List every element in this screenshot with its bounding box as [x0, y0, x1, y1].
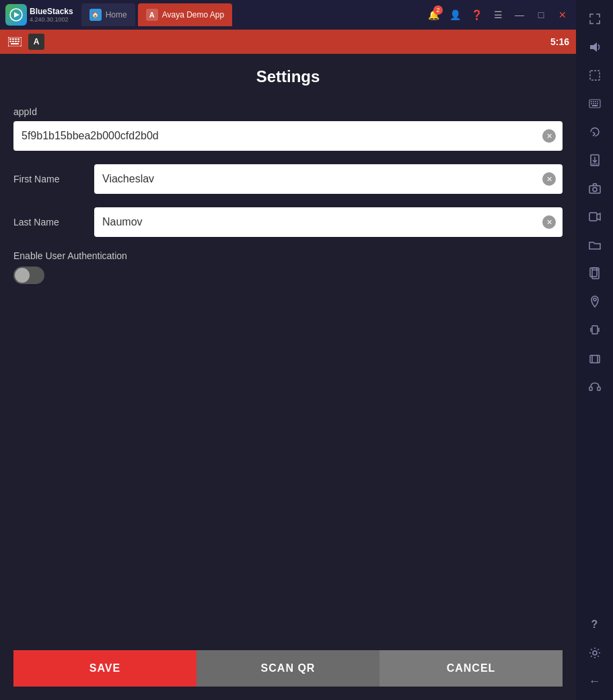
notification-button[interactable]: 🔔 2	[425, 7, 441, 23]
app-tab[interactable]: A Avaya Demo App	[138, 3, 233, 26]
page-title: Settings	[13, 67, 563, 86]
appid-clear-button[interactable]: ✕	[542, 129, 556, 143]
sidebar-camera-icon[interactable]	[580, 175, 610, 202]
auth-toggle[interactable]	[13, 267, 44, 284]
sidebar-help-icon[interactable]: ?	[580, 611, 610, 638]
bluestacks-logo	[5, 4, 27, 26]
first-name-input[interactable]	[94, 164, 563, 194]
app-tab-icon: A	[146, 9, 158, 21]
scan-qr-button[interactable]: SCAN QR	[196, 650, 380, 687]
last-name-input-wrapper: ✕	[94, 207, 563, 237]
sidebar-video-icon[interactable]	[580, 203, 610, 230]
svg-rect-9	[15, 41, 17, 42]
appid-input[interactable]	[13, 121, 563, 151]
toolbar-keyboard-icon	[7, 34, 23, 50]
menu-button[interactable]: ☰	[490, 7, 506, 23]
svg-point-28	[593, 188, 597, 192]
appid-field-group: appId ✕	[13, 106, 563, 151]
svg-rect-29	[589, 213, 597, 221]
first-name-label: First Name	[13, 174, 94, 184]
brand-version: 4.240.30.1002	[30, 16, 73, 23]
svg-rect-27	[589, 186, 600, 193]
settings-form: appId ✕ First Name ✕ Last Name ✕	[13, 106, 563, 284]
svg-text:APK: APK	[591, 162, 599, 166]
svg-rect-3	[9, 38, 11, 40]
svg-rect-11	[11, 43, 19, 44]
right-sidebar: APK	[576, 0, 613, 700]
sidebar-volume-icon[interactable]	[580, 34, 610, 61]
sidebar-apm-icon[interactable]: APK	[580, 147, 610, 174]
sidebar-settings-icon[interactable]	[580, 639, 610, 666]
appid-label: appId	[13, 106, 563, 117]
title-bar-left: BlueStacks 4.240.30.1002 🏠 Home A Avaya …	[5, 3, 423, 26]
svg-marker-12	[590, 42, 597, 52]
toolbar-app-icon: A	[28, 34, 44, 50]
sidebar-copy-icon[interactable]	[580, 260, 610, 287]
first-name-input-wrapper: ✕	[94, 164, 563, 194]
svg-rect-36	[590, 355, 600, 363]
brand-name: BlueStacks	[30, 7, 73, 16]
sidebar-keyboard-icon[interactable]	[580, 90, 610, 117]
svg-rect-31	[590, 268, 597, 277]
notification-badge: 2	[433, 5, 443, 15]
last-name-field-group: Last Name ✕	[13, 207, 563, 237]
sidebar-scale-icon[interactable]	[580, 345, 610, 372]
svg-rect-4	[12, 38, 14, 40]
svg-point-41	[593, 651, 597, 655]
help-button[interactable]: ❓	[468, 7, 484, 23]
last-name-clear-button[interactable]: ✕	[542, 215, 556, 229]
app-toolbar: A 5:16	[0, 30, 576, 54]
content-area: Settings appId ✕ First Name ✕ Last	[0, 54, 576, 700]
title-bar-controls: 🔔 2 👤 ❓ ☰ — □ ✕	[425, 7, 571, 23]
svg-rect-39	[589, 387, 592, 390]
title-bar: BlueStacks 4.240.30.1002 🏠 Home A Avaya …	[0, 0, 576, 30]
sidebar-vibrate-icon[interactable]	[580, 316, 610, 343]
svg-rect-33	[592, 326, 598, 334]
svg-point-32	[593, 298, 596, 301]
last-name-label: Last Name	[13, 217, 94, 228]
appid-input-wrapper: ✕	[13, 121, 563, 151]
close-button[interactable]: ✕	[554, 7, 571, 23]
sidebar-selection-icon[interactable]	[580, 62, 610, 89]
svg-rect-40	[598, 387, 600, 390]
svg-rect-10	[17, 41, 20, 42]
sidebar-rotate-icon[interactable]	[580, 118, 610, 145]
svg-rect-6	[17, 38, 20, 40]
svg-marker-1	[14, 12, 20, 18]
restore-button[interactable]: □	[533, 7, 549, 23]
svg-rect-8	[12, 41, 14, 42]
svg-rect-5	[15, 38, 17, 40]
minimize-button[interactable]: —	[511, 7, 528, 23]
svg-rect-30	[592, 270, 599, 279]
toolbar-time: 5:16	[550, 36, 569, 47]
last-name-input[interactable]	[94, 207, 563, 237]
first-name-field-group: First Name ✕	[13, 164, 563, 194]
svg-rect-7	[9, 41, 11, 42]
auth-label: Enable User Authentication	[13, 250, 563, 261]
svg-rect-13	[590, 71, 600, 80]
button-row: SAVE SCAN QR CANCEL	[13, 637, 563, 687]
home-tab-icon: 🏠	[89, 9, 102, 21]
sidebar-headset-icon[interactable]	[580, 373, 610, 400]
auth-toggle-section: Enable User Authentication	[13, 250, 563, 284]
save-button[interactable]: SAVE	[13, 650, 196, 687]
cancel-button[interactable]: CANCEL	[380, 650, 563, 687]
home-tab[interactable]: 🏠 Home	[81, 3, 135, 26]
sidebar-expand-icon[interactable]	[580, 5, 610, 32]
account-button[interactable]: 👤	[447, 7, 463, 23]
sidebar-location-icon[interactable]	[580, 288, 610, 315]
toggle-knob	[15, 268, 30, 283]
sidebar-folder-icon[interactable]	[580, 232, 610, 258]
first-name-clear-button[interactable]: ✕	[542, 172, 556, 186]
sidebar-back-icon[interactable]: ←	[580, 668, 610, 695]
